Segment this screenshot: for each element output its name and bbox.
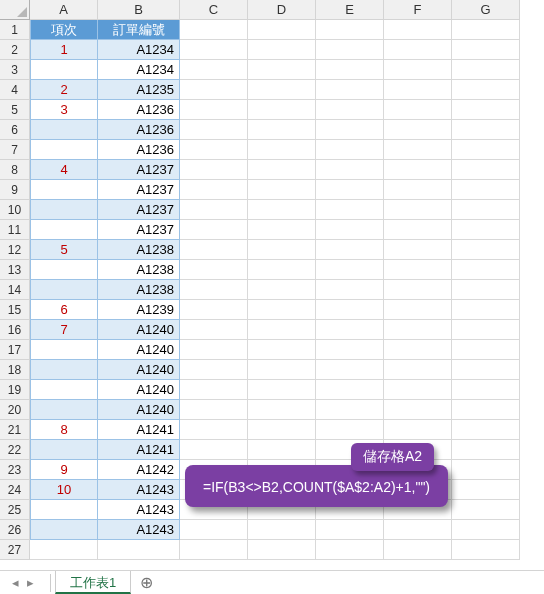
cell-A2[interactable]: 1 xyxy=(30,40,98,60)
cell-D16[interactable] xyxy=(248,320,316,340)
cell-D14[interactable] xyxy=(248,280,316,300)
row-header-11[interactable]: 11 xyxy=(0,220,30,240)
cell-D1[interactable] xyxy=(248,20,316,40)
cell-E9[interactable] xyxy=(316,180,384,200)
cell-A23[interactable]: 9 xyxy=(30,460,98,480)
cell-E19[interactable] xyxy=(316,380,384,400)
cell-A18[interactable] xyxy=(30,360,98,380)
cell-F13[interactable] xyxy=(384,260,452,280)
col-header-C[interactable]: C xyxy=(180,0,248,20)
row-header-24[interactable]: 24 xyxy=(0,480,30,500)
cell-D10[interactable] xyxy=(248,200,316,220)
cell-C21[interactable] xyxy=(180,420,248,440)
cell-B8[interactable]: A1237 xyxy=(98,160,180,180)
cell-F18[interactable] xyxy=(384,360,452,380)
cell-F17[interactable] xyxy=(384,340,452,360)
cell-G9[interactable] xyxy=(452,180,520,200)
cell-G5[interactable] xyxy=(452,100,520,120)
cell-C4[interactable] xyxy=(180,80,248,100)
cell-G1[interactable] xyxy=(452,20,520,40)
cell-C6[interactable] xyxy=(180,120,248,140)
cell-A3[interactable] xyxy=(30,60,98,80)
cell-B17[interactable]: A1240 xyxy=(98,340,180,360)
cell-C13[interactable] xyxy=(180,260,248,280)
cell-B19[interactable]: A1240 xyxy=(98,380,180,400)
cell-B14[interactable]: A1238 xyxy=(98,280,180,300)
row-header-3[interactable]: 3 xyxy=(0,60,30,80)
cell-C15[interactable] xyxy=(180,300,248,320)
cell-B2[interactable]: A1234 xyxy=(98,40,180,60)
row-header-5[interactable]: 5 xyxy=(0,100,30,120)
cell-C14[interactable] xyxy=(180,280,248,300)
cell-D15[interactable] xyxy=(248,300,316,320)
cell-A27[interactable] xyxy=(30,540,98,560)
cell-G14[interactable] xyxy=(452,280,520,300)
cell-E11[interactable] xyxy=(316,220,384,240)
cell-G26[interactable] xyxy=(452,520,520,540)
cell-F16[interactable] xyxy=(384,320,452,340)
cell-E7[interactable] xyxy=(316,140,384,160)
row-header-20[interactable]: 20 xyxy=(0,400,30,420)
cell-B3[interactable]: A1234 xyxy=(98,60,180,80)
row-header-23[interactable]: 23 xyxy=(0,460,30,480)
cell-B22[interactable]: A1241 xyxy=(98,440,180,460)
cell-A21[interactable]: 8 xyxy=(30,420,98,440)
cell-A17[interactable] xyxy=(30,340,98,360)
cell-A24[interactable]: 10 xyxy=(30,480,98,500)
cell-G13[interactable] xyxy=(452,260,520,280)
row-header-4[interactable]: 4 xyxy=(0,80,30,100)
row-header-17[interactable]: 17 xyxy=(0,340,30,360)
cell-F8[interactable] xyxy=(384,160,452,180)
cell-B6[interactable]: A1236 xyxy=(98,120,180,140)
cell-E14[interactable] xyxy=(316,280,384,300)
cell-C8[interactable] xyxy=(180,160,248,180)
cell-F1[interactable] xyxy=(384,20,452,40)
cell-E16[interactable] xyxy=(316,320,384,340)
cell-G10[interactable] xyxy=(452,200,520,220)
row-header-18[interactable]: 18 xyxy=(0,360,30,380)
cell-C12[interactable] xyxy=(180,240,248,260)
cell-A7[interactable] xyxy=(30,140,98,160)
col-header-F[interactable]: F xyxy=(384,0,452,20)
cell-G8[interactable] xyxy=(452,160,520,180)
row-header-15[interactable]: 15 xyxy=(0,300,30,320)
cell-C11[interactable] xyxy=(180,220,248,240)
cell-B23[interactable]: A1242 xyxy=(98,460,180,480)
cell-A4[interactable]: 2 xyxy=(30,80,98,100)
row-header-22[interactable]: 22 xyxy=(0,440,30,460)
cell-B12[interactable]: A1238 xyxy=(98,240,180,260)
cell-B15[interactable]: A1239 xyxy=(98,300,180,320)
cell-A15[interactable]: 6 xyxy=(30,300,98,320)
row-header-9[interactable]: 9 xyxy=(0,180,30,200)
cell-C18[interactable] xyxy=(180,360,248,380)
select-all-corner[interactable] xyxy=(0,0,30,20)
cell-D20[interactable] xyxy=(248,400,316,420)
cell-G25[interactable] xyxy=(452,500,520,520)
cell-D12[interactable] xyxy=(248,240,316,260)
cell-A20[interactable] xyxy=(30,400,98,420)
row-header-21[interactable]: 21 xyxy=(0,420,30,440)
col-header-A[interactable]: A xyxy=(30,0,98,20)
cell-G11[interactable] xyxy=(452,220,520,240)
cell-C9[interactable] xyxy=(180,180,248,200)
cell-E5[interactable] xyxy=(316,100,384,120)
cell-D21[interactable] xyxy=(248,420,316,440)
cell-C2[interactable] xyxy=(180,40,248,60)
cell-F19[interactable] xyxy=(384,380,452,400)
cell-E12[interactable] xyxy=(316,240,384,260)
cell-A9[interactable] xyxy=(30,180,98,200)
cell-E1[interactable] xyxy=(316,20,384,40)
cell-E2[interactable] xyxy=(316,40,384,60)
row-header-8[interactable]: 8 xyxy=(0,160,30,180)
cell-C16[interactable] xyxy=(180,320,248,340)
cell-F20[interactable] xyxy=(384,400,452,420)
cell-F5[interactable] xyxy=(384,100,452,120)
cell-D9[interactable] xyxy=(248,180,316,200)
cell-A14[interactable] xyxy=(30,280,98,300)
cell-B9[interactable]: A1237 xyxy=(98,180,180,200)
cell-E6[interactable] xyxy=(316,120,384,140)
cell-F11[interactable] xyxy=(384,220,452,240)
cell-B10[interactable]: A1237 xyxy=(98,200,180,220)
cell-E10[interactable] xyxy=(316,200,384,220)
cell-D7[interactable] xyxy=(248,140,316,160)
